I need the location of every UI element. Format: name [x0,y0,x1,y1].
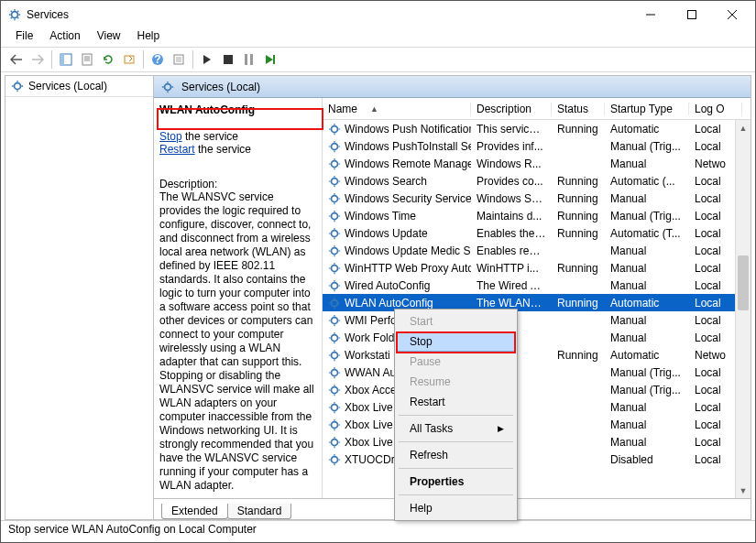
service-row[interactable]: Windows Update Medic Ser...Enables rem..… [323,242,751,259]
column-logon[interactable]: Log O [689,103,742,115]
close-button[interactable] [712,2,753,27]
service-row[interactable]: Workstatind...RunningAutomaticNetwo [323,346,751,364]
cell-desc: Windows R... [471,157,552,170]
service-icon [328,453,341,466]
cell-startup: Manual [605,192,689,205]
svg-point-23 [165,83,171,90]
svg-rect-2 [687,11,696,19]
stop-service-button[interactable] [218,49,238,70]
context-item-stop[interactable]: Stop [397,331,515,352]
svg-rect-6 [60,54,64,65]
svg-point-41 [332,421,338,428]
scroll-down-button[interactable]: ▼ [736,483,751,498]
cell-name: WLAN AutoConfig [323,297,471,310]
service-row[interactable]: XTUOCDrivOv...DisabledLocal [323,451,751,468]
svg-point-0 [12,12,18,18]
service-row[interactable]: Work Foldvice ...ManualLocal [323,329,751,346]
service-row[interactable]: Windows Remote Manage...Windows R...Manu… [323,155,751,172]
service-row[interactable]: Windows PushToInstall Serv...Provides in… [323,137,751,155]
column-startup[interactable]: Startup Type [605,103,689,115]
cell-status: Running [552,349,605,362]
forward-button[interactable] [27,49,48,70]
svg-point-35 [332,317,338,323]
vertical-scrollbar[interactable]: ▲ ▼ [735,120,751,498]
svg-rect-19 [245,54,247,65]
cell-desc: Provides co... [471,175,552,188]
right-header: Services (Local) [154,76,751,98]
cell-name: Wired AutoConfig [323,279,471,292]
service-icon [328,366,341,379]
service-row[interactable]: WMI Perfos pe...ManualLocal [323,311,751,329]
help-button[interactable]: ? [148,49,168,70]
cell-startup: Manual [605,436,689,449]
cell-status: Running [552,192,605,205]
context-item-resume: Resume [397,372,515,392]
cell-desc: The WLANS... [471,297,552,310]
svg-point-32 [332,265,338,271]
service-row[interactable]: Windows UpdateEnables the ...RunningAuto… [323,224,751,242]
restart-service-button[interactable] [260,49,280,70]
service-row[interactable]: Xbox Livevice ...ManualLocal [323,416,751,433]
service-row[interactable]: Wired AutoConfigThe Wired A...ManualLoca… [323,277,751,294]
context-item-restart[interactable]: Restart [397,392,515,412]
scroll-thumb[interactable] [738,255,749,310]
service-row[interactable]: Windows SearchProvides co...RunningAutom… [323,172,751,190]
column-status[interactable]: Status [552,103,605,115]
context-item-refresh[interactable]: Refresh [397,445,515,465]
start-service-button[interactable] [197,49,217,70]
service-row[interactable]: Windows TimeMaintains d...RunningManual … [323,207,751,224]
service-row[interactable]: Xbox Accevice ...Manual (Trig...Local [323,381,751,398]
cell-desc: Windows Se... [471,192,552,205]
stop-link[interactable]: Stop [159,130,182,143]
tree-root-item[interactable]: Services (Local) [5,76,153,97]
pause-service-button[interactable] [239,49,259,70]
app-icon [8,8,21,21]
restart-link[interactable]: Restart [159,143,195,156]
client-area: Services (Local) Services (Local) WLAN A… [5,75,751,520]
svg-rect-11 [125,56,134,63]
cell-status: Running [552,297,605,310]
service-row[interactable]: WinHTTP Web Proxy Auto-...WinHTTP i...Ru… [323,259,751,277]
sort-asc-icon: ▲ [370,104,378,114]
service-row[interactable]: WLAN AutoConfigThe WLANS...RunningAutoma… [323,294,751,311]
menu-file[interactable]: File [8,28,40,47]
context-item-properties[interactable]: Properties [397,472,515,492]
minimize-button[interactable] [630,2,671,27]
service-row[interactable]: Windows Security ServiceWindows Se...Run… [323,190,751,207]
menu-help[interactable]: Help [130,28,168,47]
svg-point-24 [332,125,338,132]
tree-root-label: Services (Local) [28,80,107,92]
cell-startup: Manual (Trig... [605,384,689,396]
service-icon [328,192,341,205]
service-row[interactable]: Xbox Livevice ...ManualLocal [323,433,751,451]
refresh-button[interactable] [98,49,118,70]
context-item-start: Start [397,311,515,331]
cell-name: Windows Update Medic Ser... [323,244,471,257]
context-item-help[interactable]: Help [397,498,515,518]
export-button[interactable] [119,49,139,70]
toolbar-separator [51,50,52,69]
service-icon [328,123,341,136]
svg-point-43 [332,456,338,462]
show-hide-tree-button[interactable] [56,49,76,70]
tab-standard[interactable]: Standard [227,504,292,519]
context-item-all-tasks[interactable]: All Tasks▶ [397,418,515,439]
service-row[interactable]: Windows Push Notification...This service… [323,120,751,137]
tab-extended[interactable]: Extended [161,504,228,519]
service-row[interactable]: WWAN Auvice ...Manual (Trig...Local [323,364,751,381]
back-button[interactable] [6,49,27,70]
cell-desc: WinHTTP i... [471,262,552,275]
help-index-button[interactable] [169,49,189,70]
properties-button[interactable] [77,49,97,70]
column-description[interactable]: Description [471,103,552,115]
maximize-button[interactable] [671,2,712,27]
services-icon [161,81,174,93]
cell-desc: Maintains d... [471,210,552,223]
menu-view[interactable]: View [90,28,128,47]
column-name[interactable]: Name▲ [323,103,471,115]
service-row[interactable]: Xbox Lives au...ManualLocal [323,398,751,416]
right-header-label: Services (Local) [181,81,260,93]
menu-action[interactable]: Action [42,28,87,47]
service-icon [328,418,341,431]
scroll-up-button[interactable]: ▲ [736,120,751,136]
